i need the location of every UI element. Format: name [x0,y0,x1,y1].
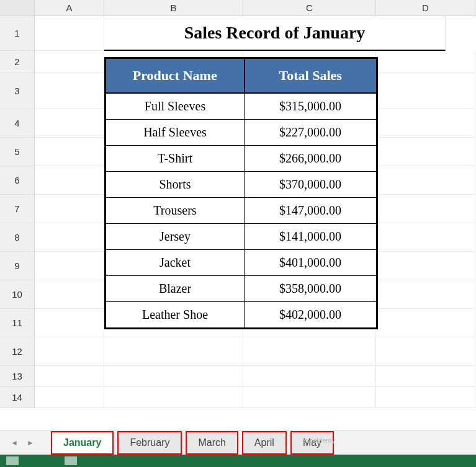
cell-product[interactable]: Blazer [106,276,245,302]
row-header-8[interactable]: 8 [0,223,35,252]
spreadsheet-grid: A B C D 1 Sales Record of January 2 3 4 … [0,0,476,428]
cell-A3[interactable] [35,73,104,109]
cell-product[interactable]: Full Sleeves [106,93,245,120]
cell-A11[interactable] [35,309,104,337]
table-row: Jacket$401,000.00 [106,250,377,276]
cell-sales[interactable]: $147,000.00 [245,198,377,224]
cell-sales[interactable]: $402,000.00 [245,302,377,329]
cell-D2[interactable] [376,51,475,73]
sheet-tab-march[interactable]: March [186,431,238,455]
row-header-4[interactable]: 4 [0,109,35,138]
table-row: Blazer$358,000.00 [106,276,377,302]
cell-D12[interactable] [376,337,475,366]
row-header-14[interactable]: 14 [0,387,35,408]
cell-A6[interactable] [35,166,104,195]
cell-D9[interactable] [376,252,475,280]
cell-B14[interactable] [104,387,243,408]
cell-A5[interactable] [35,138,104,166]
cell-B12[interactable] [104,337,243,366]
sheet-tab-april[interactable]: April [242,431,287,455]
column-header-A[interactable]: A [35,0,104,16]
table-body: Full Sleeves$315,000.00 Half Sleeves$227… [106,93,377,329]
row-header-3[interactable]: 3 [0,73,35,109]
table-row: Trousers$147,000.00 [106,198,377,224]
row-header-12[interactable]: 12 [0,337,35,366]
cell-sales[interactable]: $315,000.00 [245,93,377,120]
cell-D11[interactable] [376,309,475,337]
cell-product[interactable]: Trousers [106,198,245,224]
cell-A8[interactable] [35,223,104,252]
cell-D4[interactable] [376,109,475,138]
cell-D6[interactable] [376,166,475,195]
cell-sales[interactable]: $401,000.00 [245,250,377,276]
status-bar-item [6,456,19,465]
cell-A1[interactable] [35,16,104,51]
sheet-title[interactable]: Sales Record of January [104,16,446,51]
row-header-10[interactable]: 10 [0,280,35,309]
table-row: Leather Shoe$402,000.00 [106,302,377,329]
cell-D13[interactable] [376,366,475,387]
table-row: Half Sleeves$227,000.00 [106,120,377,146]
cell-D7[interactable] [376,195,475,223]
cell-A7[interactable] [35,195,104,223]
cell-A4[interactable] [35,109,104,138]
table-row: Jersey$141,000.00 [106,224,377,250]
cell-D14[interactable] [376,387,475,408]
column-headers-row: A B C D [0,0,476,16]
cell-A12[interactable] [35,337,104,366]
column-header-C[interactable]: C [243,0,376,16]
row-header-5[interactable]: 5 [0,138,35,166]
cell-product[interactable]: Leather Shoe [106,302,245,329]
row-header-13[interactable]: 13 [0,366,35,387]
sheet-tab-february[interactable]: exceldemy February [117,431,182,455]
cell-C12[interactable] [243,337,376,366]
sheet-tab-label: February [130,437,169,448]
sales-table: Product Name Total Sales Full Sleeves$31… [104,57,378,329]
cell-A14[interactable] [35,387,104,408]
row-header-9[interactable]: 9 [0,252,35,280]
tab-nav-prev-icon[interactable]: ◄ [9,437,20,448]
status-bar-item [65,456,77,465]
table-header-sales[interactable]: Total Sales [245,58,377,94]
row-header-2[interactable]: 2 [0,51,35,73]
row-header-1[interactable]: 1 [0,16,35,51]
tabs-container: January exceldemy February March April M… [51,431,334,455]
cell-sales[interactable]: $141,000.00 [245,224,377,250]
cell-product[interactable]: T-Shirt [106,146,245,172]
select-all-corner[interactable] [0,0,35,16]
sheet-tab-may[interactable]: May [290,431,334,455]
row-header-6[interactable]: 6 [0,166,35,195]
cell-D8[interactable] [376,223,475,252]
sheet-tab-january[interactable]: January [51,431,114,455]
cell-A2[interactable] [35,51,104,73]
cell-sales[interactable]: $370,000.00 [245,172,377,198]
cell-sales[interactable]: $266,000.00 [245,146,377,172]
cell-product[interactable]: Shorts [106,172,245,198]
table-row: Shorts$370,000.00 [106,172,377,198]
cell-D10[interactable] [376,280,475,309]
row-header-11[interactable]: 11 [0,309,35,337]
table-row: T-Shirt$266,000.00 [106,146,377,172]
cell-product[interactable]: Jacket [106,250,245,276]
tab-nav-next-icon[interactable]: ► [25,437,36,448]
cell-C14[interactable] [243,387,376,408]
cell-sales[interactable]: $358,000.00 [245,276,377,302]
cell-A9[interactable] [35,252,104,280]
row-header-7[interactable]: 7 [0,195,35,223]
status-bar [0,455,476,467]
table-row: Full Sleeves$315,000.00 [106,93,377,120]
column-header-D[interactable]: D [376,0,475,16]
cell-product[interactable]: Half Sleeves [106,120,245,146]
cell-A10[interactable] [35,280,104,309]
cell-B13[interactable] [104,366,243,387]
cell-sales[interactable]: $227,000.00 [245,120,377,146]
cell-C13[interactable] [243,366,376,387]
cell-D5[interactable] [376,138,475,166]
column-header-B[interactable]: B [104,0,243,16]
table-header-product[interactable]: Product Name [106,58,245,94]
cell-product[interactable]: Jersey [106,224,245,250]
cell-A13[interactable] [35,366,104,387]
sheet-tabs-bar: ◄ ► January exceldemy February March Apr… [0,430,476,455]
cell-D3[interactable] [376,73,475,109]
